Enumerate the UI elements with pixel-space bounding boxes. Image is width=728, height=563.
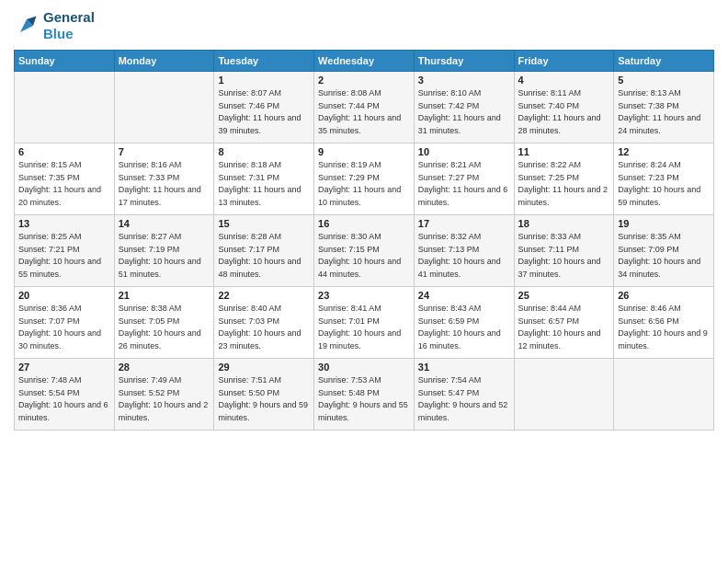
day-info: Sunrise: 8:35 AMSunset: 7:09 PMDaylight:… [618,231,710,281]
calendar-cell: 2Sunrise: 8:08 AMSunset: 7:44 PMDaylight… [314,72,415,144]
page: General Blue SundayMondayTuesdayWednesda… [0,0,728,563]
weekday-header: Monday [114,51,214,72]
logo-icon [14,13,40,39]
day-number: 29 [218,362,310,373]
day-number: 7 [119,146,210,157]
day-info: Sunrise: 8:27 AMSunset: 7:19 PMDaylight:… [119,231,210,281]
logo-text: General Blue [43,9,95,42]
day-info: Sunrise: 8:36 AMSunset: 7:07 PMDaylight:… [18,303,110,352]
calendar-cell: 1Sunrise: 8:07 AMSunset: 7:46 PMDaylight… [214,72,314,144]
calendar-table: SundayMondayTuesdayWednesdayThursdayFrid… [14,50,714,431]
weekday-header: Saturday [614,51,714,72]
weekday-header: Friday [514,51,614,72]
day-number: 14 [119,218,210,229]
calendar-week-row: 20Sunrise: 8:36 AMSunset: 7:07 PMDayligh… [15,287,714,359]
calendar-week-row: 1Sunrise: 8:07 AMSunset: 7:46 PMDaylight… [15,72,714,144]
calendar-cell: 22Sunrise: 8:40 AMSunset: 7:03 PMDayligh… [214,287,314,359]
day-info: Sunrise: 7:53 AMSunset: 5:48 PMDaylight:… [318,374,410,424]
header: General Blue [14,9,714,42]
calendar-week-row: 6Sunrise: 8:15 AMSunset: 7:35 PMDaylight… [15,144,714,215]
day-number: 27 [18,362,110,373]
calendar-cell [114,72,214,144]
day-info: Sunrise: 7:51 AMSunset: 5:50 PMDaylight:… [218,374,310,424]
day-info: Sunrise: 8:33 AMSunset: 7:11 PMDaylight:… [518,231,610,281]
day-number: 25 [518,290,610,301]
day-info: Sunrise: 8:24 AMSunset: 7:23 PMDaylight:… [618,159,710,209]
day-number: 16 [318,218,410,229]
calendar-cell: 11Sunrise: 8:22 AMSunset: 7:25 PMDayligh… [514,144,614,215]
calendar-cell: 15Sunrise: 8:28 AMSunset: 7:17 PMDayligh… [214,215,314,287]
calendar-cell [15,72,115,144]
day-number: 21 [119,290,210,301]
day-info: Sunrise: 7:48 AMSunset: 5:54 PMDaylight:… [18,374,110,424]
day-info: Sunrise: 8:21 AMSunset: 7:27 PMDaylight:… [418,159,510,209]
day-number: 24 [418,290,510,301]
day-number: 13 [18,218,110,229]
day-number: 23 [318,290,410,301]
day-number: 5 [618,75,710,86]
calendar-cell: 6Sunrise: 8:15 AMSunset: 7:35 PMDaylight… [15,144,115,215]
day-info: Sunrise: 8:32 AMSunset: 7:13 PMDaylight:… [418,231,510,281]
calendar-cell: 7Sunrise: 8:16 AMSunset: 7:33 PMDaylight… [114,144,214,215]
calendar-cell: 26Sunrise: 8:46 AMSunset: 6:56 PMDayligh… [614,287,714,359]
day-number: 30 [318,362,410,373]
calendar-cell: 5Sunrise: 8:13 AMSunset: 7:38 PMDaylight… [614,72,714,144]
day-info: Sunrise: 8:28 AMSunset: 7:17 PMDaylight:… [218,231,310,281]
day-info: Sunrise: 8:18 AMSunset: 7:31 PMDaylight:… [218,159,310,209]
calendar-cell: 21Sunrise: 8:38 AMSunset: 7:05 PMDayligh… [114,287,214,359]
calendar-cell: 16Sunrise: 8:30 AMSunset: 7:15 PMDayligh… [314,215,415,287]
day-number: 8 [218,146,310,157]
calendar-cell: 23Sunrise: 8:41 AMSunset: 7:01 PMDayligh… [314,287,415,359]
header-row: SundayMondayTuesdayWednesdayThursdayFrid… [15,51,714,72]
day-info: Sunrise: 8:08 AMSunset: 7:44 PMDaylight:… [318,87,410,137]
calendar-cell: 25Sunrise: 8:44 AMSunset: 6:57 PMDayligh… [514,287,614,359]
calendar-week-row: 27Sunrise: 7:48 AMSunset: 5:54 PMDayligh… [15,359,714,431]
calendar-cell: 27Sunrise: 7:48 AMSunset: 5:54 PMDayligh… [15,359,115,431]
calendar-cell: 24Sunrise: 8:43 AMSunset: 6:59 PMDayligh… [414,287,514,359]
day-number: 19 [618,218,710,229]
day-info: Sunrise: 8:46 AMSunset: 6:56 PMDaylight:… [618,303,710,352]
calendar-cell: 31Sunrise: 7:54 AMSunset: 5:47 PMDayligh… [414,359,514,431]
calendar-cell: 9Sunrise: 8:19 AMSunset: 7:29 PMDaylight… [314,144,415,215]
day-number: 10 [418,146,510,157]
calendar-week-row: 13Sunrise: 8:25 AMSunset: 7:21 PMDayligh… [15,215,714,287]
weekday-header: Tuesday [214,51,314,72]
calendar-cell: 14Sunrise: 8:27 AMSunset: 7:19 PMDayligh… [114,215,214,287]
day-number: 18 [518,218,610,229]
day-number: 6 [18,146,110,157]
day-info: Sunrise: 8:40 AMSunset: 7:03 PMDaylight:… [218,303,310,352]
day-info: Sunrise: 8:22 AMSunset: 7:25 PMDaylight:… [518,159,610,209]
logo: General Blue [14,9,95,42]
day-info: Sunrise: 8:43 AMSunset: 6:59 PMDaylight:… [418,303,510,352]
day-number: 26 [618,290,710,301]
calendar-cell: 12Sunrise: 8:24 AMSunset: 7:23 PMDayligh… [614,144,714,215]
day-number: 4 [518,75,610,86]
day-number: 17 [418,218,510,229]
calendar-cell: 10Sunrise: 8:21 AMSunset: 7:27 PMDayligh… [414,144,514,215]
calendar-cell: 17Sunrise: 8:32 AMSunset: 7:13 PMDayligh… [414,215,514,287]
calendar-cell: 28Sunrise: 7:49 AMSunset: 5:52 PMDayligh… [114,359,214,431]
weekday-header: Wednesday [314,51,415,72]
day-number: 31 [418,362,510,373]
day-info: Sunrise: 8:19 AMSunset: 7:29 PMDaylight:… [318,159,410,209]
day-info: Sunrise: 8:07 AMSunset: 7:46 PMDaylight:… [218,87,310,137]
calendar-cell: 4Sunrise: 8:11 AMSunset: 7:40 PMDaylight… [514,72,614,144]
day-info: Sunrise: 8:13 AMSunset: 7:38 PMDaylight:… [618,87,710,137]
day-info: Sunrise: 8:38 AMSunset: 7:05 PMDaylight:… [119,303,210,352]
day-info: Sunrise: 8:44 AMSunset: 6:57 PMDaylight:… [518,303,610,352]
day-info: Sunrise: 8:25 AMSunset: 7:21 PMDaylight:… [18,231,110,281]
day-number: 3 [418,75,510,86]
day-number: 2 [318,75,410,86]
weekday-header: Sunday [15,51,115,72]
day-number: 20 [18,290,110,301]
calendar-cell [614,359,714,431]
day-number: 1 [218,75,310,86]
calendar-cell: 8Sunrise: 8:18 AMSunset: 7:31 PMDaylight… [214,144,314,215]
day-number: 28 [119,362,210,373]
day-info: Sunrise: 8:15 AMSunset: 7:35 PMDaylight:… [18,159,110,209]
day-info: Sunrise: 8:10 AMSunset: 7:42 PMDaylight:… [418,87,510,137]
day-info: Sunrise: 8:30 AMSunset: 7:15 PMDaylight:… [318,231,410,281]
day-number: 12 [618,146,710,157]
day-info: Sunrise: 8:41 AMSunset: 7:01 PMDaylight:… [318,303,410,352]
day-number: 22 [218,290,310,301]
